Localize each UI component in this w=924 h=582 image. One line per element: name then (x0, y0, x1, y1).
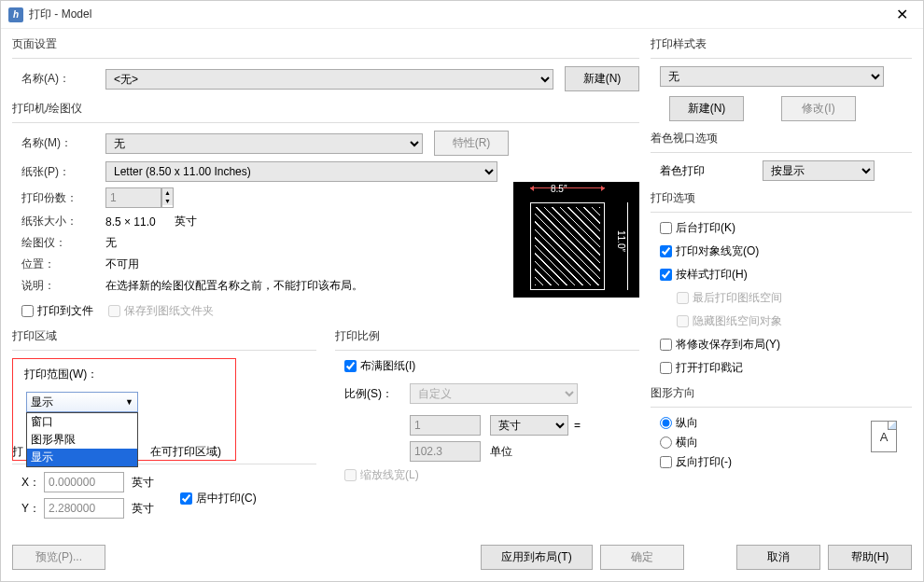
page-settings-new-button[interactable]: 新建(N) (565, 66, 639, 91)
styletable-select[interactable]: 无 (660, 66, 884, 87)
group-print-options: 打印选项 后台打印(K) 打印对象线宽(O) 按样式打印(H) 最后打印图纸空间… (651, 190, 912, 376)
group-page-settings: 页面设置 名称(A)： <无> 新建(N) (12, 36, 639, 91)
range-opt-limits[interactable]: 图形界限 (27, 431, 137, 449)
papersize-unit: 英寸 (175, 214, 197, 229)
help-button[interactable]: 帮助(H) (828, 545, 912, 570)
opt-bg-checkbox[interactable]: 后台打印(K) (660, 220, 912, 236)
orientation-paper-icon: A (871, 421, 897, 452)
desc-value: 在选择新的绘图仪配置名称之前，不能打印该布局。 (105, 278, 363, 294)
save-folder-checkbox: 保存到图纸文件夹 (108, 303, 214, 319)
page-settings-name-select[interactable]: <无> (105, 69, 553, 90)
center-print-checkbox[interactable]: 居中打印(C) (180, 491, 257, 506)
group-orientation: 图形方向 纵向 横向 反向打印(-) A (651, 385, 912, 470)
paper-select[interactable]: Letter (8.50 x 11.00 Inches) (105, 161, 497, 182)
scale-den-input (410, 441, 481, 462)
copies-stepper[interactable]: ▲▼ (105, 187, 174, 208)
scale-lw-checkbox: 缩放线宽(L) (344, 467, 639, 483)
preview-width-label: 8.5″ (551, 184, 567, 194)
printer-name-label: 名称(M)： (12, 135, 105, 151)
copies-label: 打印份数： (12, 190, 105, 206)
area-title: 打印区域 (12, 328, 316, 344)
offset-y-unit: 英寸 (124, 501, 154, 517)
chevron-down-icon: ▼ (125, 397, 133, 407)
preview-height-label: 11.0″ (616, 230, 626, 252)
scale-num-input (410, 415, 481, 436)
location-label: 位置： (12, 256, 105, 272)
offset-x-label: X： (21, 475, 44, 491)
preview-button: 预览(P)... (12, 545, 105, 570)
viewport-title: 着色视口选项 (651, 131, 912, 146)
range-selected: 显示 (31, 395, 53, 410)
offset-x-input[interactable] (44, 472, 124, 492)
fit-paper-checkbox[interactable]: 布满图纸(I) (344, 358, 639, 374)
copies-input[interactable] (105, 187, 161, 208)
opt-lw-checkbox[interactable]: 打印对象线宽(O) (660, 243, 912, 259)
styletable-title: 打印样式表 (651, 36, 912, 52)
app-logo-icon: h (8, 7, 23, 22)
titlebar: h 打印 - Model ✕ (1, 1, 923, 29)
scale-title: 打印比例 (335, 328, 639, 344)
highlight-box: 打印范围(W)： 显示▼ 窗口 图形界限 显示 (12, 358, 236, 461)
range-dropdown[interactable]: 显示▼ 窗口 图形界限 显示 (26, 392, 230, 412)
location-value: 不可用 (105, 256, 139, 272)
window-title: 打印 - Model (29, 7, 889, 22)
printer-title: 打印机/绘图仪 (12, 101, 639, 117)
spinner-up-icon[interactable]: ▲ (162, 188, 173, 197)
plotter-value: 无 (105, 235, 117, 251)
plotter-label: 绘图仪： (12, 235, 105, 251)
printer-name-select[interactable]: 无 (105, 133, 423, 154)
paper-label: 纸张(P)： (12, 164, 105, 180)
offset-y-label: Y： (21, 501, 44, 517)
orient-landscape-radio[interactable]: 横向 (660, 435, 871, 450)
ok-button: 确定 (600, 545, 684, 570)
opt-save-checkbox[interactable]: 将修改保存到布局(Y) (660, 337, 912, 353)
spinner-down-icon[interactable]: ▼ (162, 197, 173, 205)
apply-layout-button[interactable]: 应用到布局(T) (481, 545, 593, 570)
paper-preview: 8.5″ 11.0″ (513, 182, 639, 298)
scale-unit-text: 单位 (490, 444, 568, 460)
range-opt-display[interactable]: 显示 (27, 449, 137, 466)
group-style-table: 打印样式表 无 新建(N) 修改(I) (651, 36, 912, 121)
printer-props-button: 特性(R) (434, 131, 509, 156)
opt-hide-checkbox: 隐藏图纸空间对象 (660, 313, 912, 329)
opt-last-checkbox: 最后打印图纸空间 (660, 290, 912, 306)
papersize-label: 纸张大小： (12, 214, 105, 229)
offset-x-unit: 英寸 (124, 475, 154, 491)
styletable-mod-button: 修改(I) (781, 96, 856, 121)
desc-label: 说明： (12, 278, 105, 294)
orient-reverse-checkbox[interactable]: 反向打印(-) (660, 454, 871, 470)
papersize-value: 8.5 × 11.0 (105, 215, 156, 229)
orient-title: 图形方向 (651, 385, 912, 401)
styletable-new-button[interactable]: 新建(N) (669, 96, 744, 121)
group-printer: 打印机/绘图仪 名称(M)： 无 特性(R) 纸张(P)： Letter (8.… (12, 101, 639, 319)
cancel-button[interactable]: 取消 (736, 545, 820, 570)
options-title: 打印选项 (651, 190, 912, 206)
offset-y-input[interactable] (44, 498, 124, 519)
shade-select[interactable]: 按显示 (763, 160, 875, 181)
range-opt-window[interactable]: 窗口 (27, 413, 137, 431)
opt-stamp-checkbox[interactable]: 打开打印戳记 (660, 360, 912, 376)
scale-unit-select[interactable]: 英寸 (490, 415, 568, 436)
equals-sign: = (568, 419, 586, 432)
bottom-bar: 预览(P)... 应用到布局(T) 确定 取消 帮助(H) (12, 545, 912, 570)
range-dropdown-list: 窗口 图形界限 显示 (26, 412, 138, 467)
group-viewport: 着色视口选项 着色打印 按显示 (651, 131, 912, 181)
close-icon[interactable]: ✕ (889, 6, 916, 23)
shade-label: 着色打印 (660, 163, 763, 179)
opt-style-checkbox[interactable]: 按样式打印(H) (660, 267, 912, 283)
orient-portrait-radio[interactable]: 纵向 (660, 415, 871, 431)
print-to-file-checkbox[interactable]: 打印到文件 (21, 303, 93, 319)
page-settings-name-label: 名称(A)： (12, 71, 105, 87)
page-settings-title: 页面设置 (12, 36, 639, 52)
ratio-select: 自定义 (410, 383, 578, 404)
ratio-label: 比例(S)： (344, 386, 410, 402)
range-label: 打印范围(W)： (19, 363, 230, 386)
